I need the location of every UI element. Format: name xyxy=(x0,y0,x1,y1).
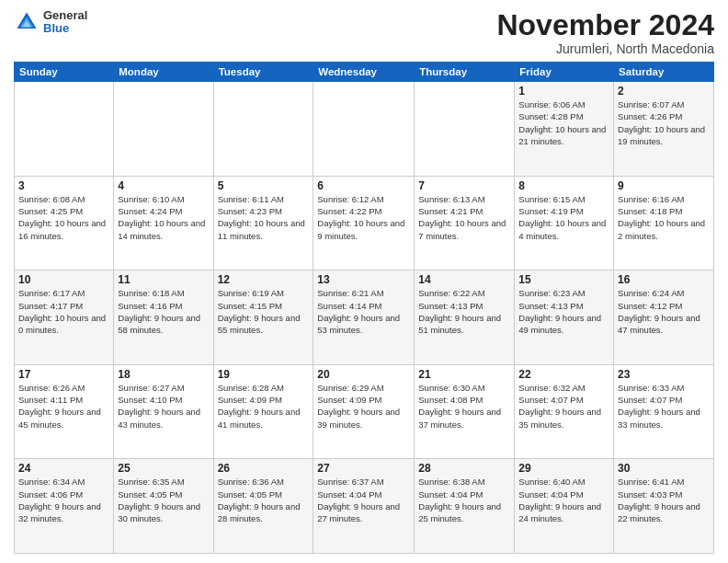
calendar-cell: 27Sunrise: 6:37 AM Sunset: 4:04 PM Dayli… xyxy=(313,459,415,554)
day-info: Sunrise: 6:08 AM Sunset: 4:25 PM Dayligh… xyxy=(18,193,109,242)
day-number: 16 xyxy=(618,273,710,286)
subtitle: Jurumleri, North Macedonia xyxy=(496,41,714,56)
calendar-cell: 26Sunrise: 6:36 AM Sunset: 4:05 PM Dayli… xyxy=(213,459,313,554)
day-info: Sunrise: 6:29 AM Sunset: 4:09 PM Dayligh… xyxy=(317,382,410,431)
day-of-week-header: Thursday xyxy=(415,63,515,82)
calendar-cell: 24Sunrise: 6:34 AM Sunset: 4:06 PM Dayli… xyxy=(15,459,114,554)
calendar-cell xyxy=(415,82,515,177)
day-info: Sunrise: 6:19 AM Sunset: 4:15 PM Dayligh… xyxy=(218,287,310,336)
day-number: 19 xyxy=(218,368,310,381)
calendar-cell xyxy=(213,82,313,177)
calendar-cell: 20Sunrise: 6:29 AM Sunset: 4:09 PM Dayli… xyxy=(313,364,415,459)
day-number: 9 xyxy=(618,179,710,192)
calendar-cell: 22Sunrise: 6:32 AM Sunset: 4:07 PM Dayli… xyxy=(515,364,614,459)
day-number: 3 xyxy=(18,179,109,192)
calendar-cell: 28Sunrise: 6:38 AM Sunset: 4:04 PM Dayli… xyxy=(415,459,515,554)
day-info: Sunrise: 6:28 AM Sunset: 4:09 PM Dayligh… xyxy=(218,382,310,431)
day-number: 18 xyxy=(118,368,209,381)
day-number: 5 xyxy=(218,179,310,192)
day-info: Sunrise: 6:38 AM Sunset: 4:04 PM Dayligh… xyxy=(418,476,510,524)
day-info: Sunrise: 6:26 AM Sunset: 4:11 PM Dayligh… xyxy=(18,382,109,431)
calendar: SundayMondayTuesdayWednesdayThursdayFrid… xyxy=(14,62,714,554)
day-info: Sunrise: 6:17 AM Sunset: 4:17 PM Dayligh… xyxy=(18,287,109,336)
day-of-week-header: Saturday xyxy=(614,63,714,82)
calendar-cell: 18Sunrise: 6:27 AM Sunset: 4:10 PM Dayli… xyxy=(114,364,213,459)
calendar-cell: 9Sunrise: 6:16 AM Sunset: 4:18 PM Daylig… xyxy=(614,176,714,270)
day-number: 27 xyxy=(317,462,410,475)
day-number: 25 xyxy=(118,462,209,475)
header: General Blue November 2024 Jurumleri, No… xyxy=(14,9,714,56)
calendar-cell: 17Sunrise: 6:26 AM Sunset: 4:11 PM Dayli… xyxy=(15,364,114,459)
calendar-cell: 19Sunrise: 6:28 AM Sunset: 4:09 PM Dayli… xyxy=(213,364,313,459)
title-block: November 2024 Jurumleri, North Macedonia xyxy=(496,9,714,56)
logo-blue-text: Blue xyxy=(43,22,87,35)
calendar-cell: 21Sunrise: 6:30 AM Sunset: 4:08 PM Dayli… xyxy=(415,364,515,459)
calendar-cell: 23Sunrise: 6:33 AM Sunset: 4:07 PM Dayli… xyxy=(614,364,714,459)
day-number: 2 xyxy=(618,85,710,98)
month-title: November 2024 xyxy=(496,9,714,41)
day-info: Sunrise: 6:16 AM Sunset: 4:18 PM Dayligh… xyxy=(618,193,710,242)
day-info: Sunrise: 6:13 AM Sunset: 4:21 PM Dayligh… xyxy=(418,193,510,242)
calendar-cell: 11Sunrise: 6:18 AM Sunset: 4:16 PM Dayli… xyxy=(114,270,213,365)
calendar-cell: 16Sunrise: 6:24 AM Sunset: 4:12 PM Dayli… xyxy=(614,270,714,365)
day-info: Sunrise: 6:27 AM Sunset: 4:10 PM Dayligh… xyxy=(118,382,209,431)
day-number: 4 xyxy=(118,179,209,192)
day-number: 23 xyxy=(618,368,710,381)
day-info: Sunrise: 6:21 AM Sunset: 4:14 PM Dayligh… xyxy=(317,287,410,336)
day-of-week-header: Sunday xyxy=(15,63,114,82)
calendar-cell: 1Sunrise: 6:06 AM Sunset: 4:28 PM Daylig… xyxy=(515,82,614,177)
calendar-week-row: 24Sunrise: 6:34 AM Sunset: 4:06 PM Dayli… xyxy=(15,459,714,554)
day-number: 22 xyxy=(518,368,609,381)
day-number: 8 xyxy=(518,179,609,192)
day-info: Sunrise: 6:18 AM Sunset: 4:16 PM Dayligh… xyxy=(118,287,209,336)
day-info: Sunrise: 6:07 AM Sunset: 4:26 PM Dayligh… xyxy=(618,98,710,147)
calendar-cell xyxy=(114,82,213,177)
calendar-cell: 15Sunrise: 6:23 AM Sunset: 4:13 PM Dayli… xyxy=(515,270,614,365)
day-info: Sunrise: 6:33 AM Sunset: 4:07 PM Dayligh… xyxy=(618,382,710,431)
day-of-week-row: SundayMondayTuesdayWednesdayThursdayFrid… xyxy=(15,63,714,82)
day-number: 11 xyxy=(118,273,209,286)
calendar-cell: 10Sunrise: 6:17 AM Sunset: 4:17 PM Dayli… xyxy=(15,270,114,365)
day-info: Sunrise: 6:23 AM Sunset: 4:13 PM Dayligh… xyxy=(518,287,609,336)
calendar-week-row: 1Sunrise: 6:06 AM Sunset: 4:28 PM Daylig… xyxy=(15,82,714,177)
day-number: 15 xyxy=(518,273,609,286)
day-info: Sunrise: 6:36 AM Sunset: 4:05 PM Dayligh… xyxy=(218,476,310,524)
day-number: 7 xyxy=(418,179,510,192)
calendar-cell: 2Sunrise: 6:07 AM Sunset: 4:26 PM Daylig… xyxy=(614,82,714,177)
day-number: 12 xyxy=(218,273,310,286)
logo-icon xyxy=(14,9,40,35)
day-number: 29 xyxy=(518,462,609,475)
calendar-cell: 29Sunrise: 6:40 AM Sunset: 4:04 PM Dayli… xyxy=(515,459,614,554)
day-info: Sunrise: 6:11 AM Sunset: 4:23 PM Dayligh… xyxy=(218,193,310,242)
day-info: Sunrise: 6:12 AM Sunset: 4:22 PM Dayligh… xyxy=(317,193,410,242)
calendar-week-row: 3Sunrise: 6:08 AM Sunset: 4:25 PM Daylig… xyxy=(15,176,714,270)
day-info: Sunrise: 6:32 AM Sunset: 4:07 PM Dayligh… xyxy=(518,382,609,431)
day-info: Sunrise: 6:35 AM Sunset: 4:05 PM Dayligh… xyxy=(118,476,209,524)
day-info: Sunrise: 6:34 AM Sunset: 4:06 PM Dayligh… xyxy=(18,476,109,524)
logo: General Blue xyxy=(14,9,87,36)
calendar-cell: 14Sunrise: 6:22 AM Sunset: 4:13 PM Dayli… xyxy=(415,270,515,365)
calendar-cell: 12Sunrise: 6:19 AM Sunset: 4:15 PM Dayli… xyxy=(213,270,313,365)
day-info: Sunrise: 6:15 AM Sunset: 4:19 PM Dayligh… xyxy=(518,193,609,242)
day-info: Sunrise: 6:30 AM Sunset: 4:08 PM Dayligh… xyxy=(418,382,510,431)
day-number: 10 xyxy=(18,273,109,286)
day-number: 30 xyxy=(618,462,710,475)
day-info: Sunrise: 6:06 AM Sunset: 4:28 PM Dayligh… xyxy=(518,98,609,147)
calendar-cell: 6Sunrise: 6:12 AM Sunset: 4:22 PM Daylig… xyxy=(313,176,415,270)
day-info: Sunrise: 6:24 AM Sunset: 4:12 PM Dayligh… xyxy=(618,287,710,336)
calendar-cell: 5Sunrise: 6:11 AM Sunset: 4:23 PM Daylig… xyxy=(213,176,313,270)
calendar-cell: 8Sunrise: 6:15 AM Sunset: 4:19 PM Daylig… xyxy=(515,176,614,270)
calendar-cell: 3Sunrise: 6:08 AM Sunset: 4:25 PM Daylig… xyxy=(15,176,114,270)
day-number: 1 xyxy=(518,85,609,98)
calendar-cell: 25Sunrise: 6:35 AM Sunset: 4:05 PM Dayli… xyxy=(114,459,213,554)
day-info: Sunrise: 6:10 AM Sunset: 4:24 PM Dayligh… xyxy=(118,193,209,242)
calendar-cell: 13Sunrise: 6:21 AM Sunset: 4:14 PM Dayli… xyxy=(313,270,415,365)
calendar-cell: 4Sunrise: 6:10 AM Sunset: 4:24 PM Daylig… xyxy=(114,176,213,270)
calendar-cell: 7Sunrise: 6:13 AM Sunset: 4:21 PM Daylig… xyxy=(415,176,515,270)
day-info: Sunrise: 6:22 AM Sunset: 4:13 PM Dayligh… xyxy=(418,287,510,336)
day-number: 20 xyxy=(317,368,410,381)
day-of-week-header: Friday xyxy=(515,63,614,82)
calendar-cell xyxy=(313,82,415,177)
day-number: 24 xyxy=(18,462,109,475)
day-info: Sunrise: 6:40 AM Sunset: 4:04 PM Dayligh… xyxy=(518,476,609,524)
